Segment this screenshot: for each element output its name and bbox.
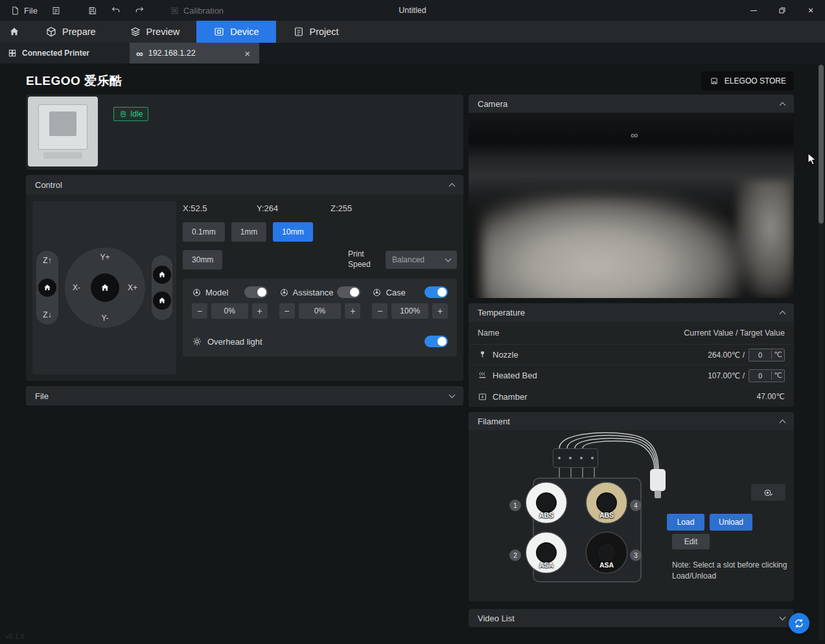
redo-button[interactable] <box>130 0 149 21</box>
home-bed-button[interactable] <box>153 292 171 310</box>
overhead-light-row: Overhead light <box>192 336 448 347</box>
case-fan-toggle[interactable] <box>424 286 448 298</box>
tab-home[interactable] <box>0 21 29 43</box>
tab-device[interactable]: Device <box>196 21 275 43</box>
chamber-label: Chamber <box>493 392 527 402</box>
edit-button[interactable]: Edit <box>672 534 710 549</box>
calibration-button[interactable]: Calibration <box>165 0 229 21</box>
x-minus-button[interactable]: X- <box>73 283 80 292</box>
slot-number-badge[interactable]: 3 <box>630 549 642 561</box>
load-button[interactable]: Load <box>667 514 704 531</box>
heated-bed-label: Heated Bed <box>493 371 537 380</box>
file-icon <box>10 6 20 16</box>
undo-button[interactable] <box>106 0 126 21</box>
model-fan-group: Model − 0% + <box>192 286 268 319</box>
refresh-button[interactable] <box>789 613 809 634</box>
assistance-fan-toggle[interactable] <box>337 286 360 298</box>
filament-panel-header[interactable]: Filament <box>469 412 794 430</box>
filament-panel-title: Filament <box>478 417 510 426</box>
step-10mm-button[interactable]: 10mm <box>273 222 312 242</box>
file-menu[interactable]: File <box>5 0 43 21</box>
project-icon <box>293 26 305 38</box>
close-printer-tab-button[interactable]: × <box>242 48 253 59</box>
file-panel-header[interactable]: File <box>26 386 463 406</box>
mouse-cursor <box>808 153 818 166</box>
tab-preview[interactable]: Preview <box>113 21 197 43</box>
filament-slot-4[interactable]: ABS <box>587 483 627 523</box>
chevron-up-icon <box>780 419 786 426</box>
table-row: Chamber 47.00℃ <box>469 386 794 407</box>
fan-controls-panel: Model − 0% + <box>183 279 457 356</box>
model-fan-toggle[interactable] <box>244 286 268 298</box>
control-panel-header[interactable]: Control <box>26 175 463 194</box>
model-fan-increase-button[interactable]: + <box>252 303 268 319</box>
filament-material-label: ABS <box>539 511 553 519</box>
printer-thumbnail[interactable] <box>28 97 98 167</box>
filament-settings-button[interactable] <box>751 484 785 501</box>
fan-icon <box>372 288 382 297</box>
preview-icon <box>130 26 141 38</box>
camera-panel-header[interactable]: Camera <box>469 95 794 113</box>
video-list-panel-header[interactable]: Video List <box>469 609 794 627</box>
print-speed-select[interactable]: Balanced <box>386 251 457 269</box>
model-fan-decrease-button[interactable]: − <box>192 303 207 319</box>
coord-x: X:52.5 <box>183 203 257 213</box>
nozzle-target-input[interactable]: 0 ℃ <box>749 349 785 362</box>
y-plus-button[interactable]: Y+ <box>100 253 110 262</box>
x-plus-button[interactable]: X+ <box>128 283 137 292</box>
table-row: Nozzle 264.00℃ / 0 ℃ <box>469 345 794 365</box>
step-size-buttons: 0.1mm 1mm 10mm <box>183 222 457 242</box>
chevron-down-icon <box>445 255 452 262</box>
slot-number-badge[interactable]: 4 <box>630 500 642 511</box>
home-icon <box>157 296 167 305</box>
filament-slot-1[interactable]: ABS <box>526 483 566 523</box>
close-window-button[interactable]: × <box>796 0 825 21</box>
calibration-label: Calibration <box>183 6 224 16</box>
temperature-panel-header[interactable]: Temperature <box>469 303 794 321</box>
model-fan-label: Model <box>205 288 228 297</box>
store-icon <box>709 76 719 86</box>
status-badge: Idle <box>113 107 148 121</box>
tab-prepare-label: Prepare <box>62 27 96 37</box>
control-panel-body: Z↑ Z↓ Y+ Y- X- X+ <box>26 194 463 381</box>
step-30mm-button[interactable]: 30mm <box>183 250 222 270</box>
y-minus-button[interactable]: Y- <box>102 314 109 323</box>
video-list-panel-title: Video List <box>478 614 515 623</box>
unload-button[interactable]: Unload <box>710 514 752 531</box>
home-xy-button[interactable] <box>91 273 119 302</box>
step-01mm-button[interactable]: 0.1mm <box>183 222 225 242</box>
home-all-button[interactable] <box>153 266 171 284</box>
overhead-light-label: Overhead light <box>207 337 262 347</box>
step-1mm-button[interactable]: 1mm <box>231 222 267 242</box>
camera-feed: ∞ <box>469 113 794 298</box>
printer-tab[interactable]: ∞ 192.168.1.22 × <box>130 43 259 63</box>
save-button[interactable] <box>83 0 102 21</box>
case-fan-decrease-button[interactable]: − <box>372 303 388 319</box>
printer-link-icon: ∞ <box>136 48 143 59</box>
assistance-fan-value: 0% <box>299 303 342 319</box>
print-speed-label: Print Speed <box>348 249 379 270</box>
overhead-light-toggle[interactable] <box>424 336 448 347</box>
assistance-fan-decrease-button[interactable]: − <box>279 303 295 319</box>
scrollbar-thumb[interactable] <box>819 65 824 224</box>
slot-number-badge[interactable]: 1 <box>509 500 521 511</box>
heated-bed-target-input[interactable]: 0 ℃ <box>749 369 785 382</box>
filament-slot-3[interactable]: ASA <box>587 533 627 573</box>
filament-slot-2[interactable]: ASA <box>526 533 566 573</box>
case-fan-increase-button[interactable]: + <box>432 303 448 319</box>
elegoo-store-button[interactable]: ELEGOO STORE <box>701 71 794 91</box>
tab-project[interactable]: Project <box>276 21 356 43</box>
home-z-button[interactable] <box>38 279 56 297</box>
chamber-icon <box>478 392 487 402</box>
camera-watermark-icon: ∞ <box>631 130 638 141</box>
tab-prepare[interactable]: Prepare <box>29 21 113 43</box>
notes-button[interactable] <box>47 0 66 21</box>
minimize-button[interactable] <box>739 0 768 21</box>
slot-number-badge[interactable]: 2 <box>509 549 521 561</box>
z-down-button[interactable]: Z↓ <box>43 310 51 319</box>
assistance-fan-increase-button[interactable]: + <box>345 303 360 319</box>
chevron-down-icon <box>780 614 786 621</box>
case-fan-label: Case <box>386 288 405 297</box>
z-up-button[interactable]: Z↑ <box>43 256 51 265</box>
restore-button[interactable] <box>768 0 796 21</box>
